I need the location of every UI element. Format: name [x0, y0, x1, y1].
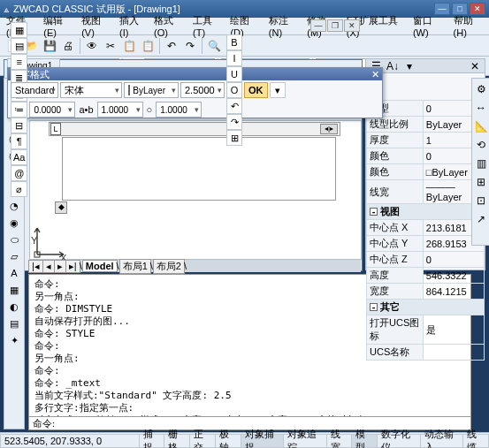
- menu-item[interactable]: 插入(I): [115, 12, 149, 40]
- tab-nav-button[interactable]: ▸|: [65, 260, 80, 273]
- property-row[interactable]: 厚度1: [367, 133, 485, 148]
- text-val2[interactable]: 1.0000: [97, 102, 143, 118]
- status-toggle[interactable]: 极轴: [215, 434, 241, 448]
- tab-nav-button[interactable]: ◂: [42, 260, 55, 273]
- property-row[interactable]: 线型比例ByLayer: [367, 117, 485, 133]
- text-format-button[interactable]: ▤: [11, 38, 27, 54]
- text-format-button[interactable]: Aa: [11, 149, 27, 165]
- property-row[interactable]: 线宽——— ByLayer: [367, 180, 485, 204]
- property-row[interactable]: 打开UCS图标是: [367, 315, 485, 345]
- status-toggle[interactable]: 线宽: [326, 434, 353, 448]
- text-format-button[interactable]: ¶: [11, 133, 27, 149]
- status-toggle[interactable]: 正交: [189, 434, 216, 448]
- toolbar-button[interactable]: 👁: [83, 37, 101, 55]
- status-toggle[interactable]: 栅格: [164, 434, 190, 448]
- text-ok-button[interactable]: OK: [244, 82, 268, 98]
- text-format-button[interactable]: @: [11, 165, 27, 181]
- text-height-combo[interactable]: 2.5000: [180, 82, 225, 98]
- status-toggle[interactable]: 对象捕捉: [241, 434, 285, 448]
- mtext-editor[interactable]: [62, 137, 336, 201]
- toolbar-button[interactable]: 📋: [120, 37, 138, 55]
- draw-tool-button[interactable]: ✦: [5, 332, 23, 348]
- tab-nav-button[interactable]: ▸: [54, 260, 66, 273]
- mdi-min[interactable]: —: [310, 19, 326, 32]
- draw-tool-button[interactable]: ◐: [5, 299, 23, 315]
- draw-tool-button[interactable]: ◔: [5, 198, 23, 214]
- menu-item[interactable]: 窗口(W): [409, 12, 449, 40]
- menu-item[interactable]: 视图(V): [77, 12, 115, 40]
- toolbar-button[interactable]: 💾: [41, 37, 58, 55]
- tab-nav-button[interactable]: |◂: [28, 260, 43, 273]
- menu-item[interactable]: 格式(O): [149, 12, 188, 40]
- modify-tool-button[interactable]: ⊞: [472, 173, 489, 191]
- text-format-button[interactable]: O: [226, 82, 242, 98]
- modify-tool-button[interactable]: ⟲: [472, 136, 489, 154]
- ruler-end-icon[interactable]: ◂|▸: [320, 124, 338, 134]
- modify-tool-button[interactable]: ↔: [472, 99, 489, 117]
- status-toggle[interactable]: 模型: [351, 434, 378, 448]
- menu-item[interactable]: 帮助(H): [449, 12, 487, 40]
- mdi-restore[interactable]: ❐: [327, 19, 343, 32]
- toolbar-button[interactable]: 🖨: [59, 37, 77, 55]
- text-format-button[interactable]: ⊞: [226, 130, 242, 146]
- layout-tab[interactable]: 布局2: [153, 259, 185, 274]
- draw-tool-button[interactable]: ⬭: [5, 232, 23, 247]
- text-format-button[interactable]: I: [226, 50, 242, 66]
- property-row[interactable]: 中心点 Y268.9153: [367, 236, 485, 252]
- draw-tool-button[interactable]: ▤: [5, 315, 23, 331]
- mtext-grip-icon[interactable]: ◆: [55, 201, 67, 214]
- draw-tool-button[interactable]: A: [5, 265, 23, 281]
- text-format-close-icon[interactable]: ✕: [371, 69, 379, 80]
- draw-tool-button[interactable]: ▱: [5, 248, 23, 264]
- text-format-button[interactable]: U: [226, 66, 242, 82]
- text-format-button[interactable]: ≔: [11, 102, 27, 118]
- layout-tab[interactable]: Model: [82, 260, 118, 272]
- property-group[interactable]: -其它: [367, 300, 485, 315]
- menu-item[interactable]: 工具(T): [188, 12, 225, 40]
- toolbar-button[interactable]: ↶: [163, 37, 180, 55]
- modify-tool-button[interactable]: 📐: [472, 118, 489, 135]
- status-toggle[interactable]: 动态输入: [420, 434, 464, 448]
- status-toggle[interactable]: 捕捉: [139, 434, 165, 448]
- text-val1[interactable]: 0.0000: [29, 102, 75, 118]
- modify-tool-button[interactable]: ⊡: [472, 192, 489, 209]
- text-val3[interactable]: 1.0000: [156, 102, 202, 118]
- menu-item[interactable]: 编辑(E): [39, 12, 77, 40]
- text-font-combo[interactable]: 宋体: [60, 82, 122, 98]
- property-row[interactable]: 宽度864.1215: [367, 284, 485, 300]
- modify-tool-button[interactable]: ↗: [472, 210, 489, 228]
- modify-tool-button[interactable]: ⚙: [472, 80, 489, 98]
- prop-close-icon[interactable]: ✕: [468, 60, 482, 72]
- draw-tool-button[interactable]: ▦: [5, 282, 23, 298]
- text-style-combo[interactable]: Standard: [11, 82, 58, 98]
- mdi-close[interactable]: ✕: [344, 19, 360, 32]
- text-format-button[interactable]: ≡: [11, 54, 27, 70]
- property-row[interactable]: 颜色0: [367, 148, 485, 164]
- toolbar-button[interactable]: ↷: [181, 37, 199, 55]
- status-toggle[interactable]: 数字化仪: [377, 434, 421, 448]
- toolbar-button[interactable]: 🔍: [205, 37, 223, 55]
- text-format-button[interactable]: ⊟: [11, 118, 27, 133]
- text-format-button[interactable]: B: [226, 34, 242, 50]
- text-color-combo[interactable]: ByLayer: [124, 82, 179, 98]
- property-row[interactable]: UCS名称: [367, 345, 485, 361]
- mtext-ruler[interactable]: L ◂|▸: [49, 122, 340, 136]
- property-row[interactable]: 中心点 X213.6181: [367, 220, 485, 236]
- property-row[interactable]: 线型0: [367, 101, 485, 117]
- prop-filter-icon[interactable]: ▾: [402, 60, 416, 72]
- status-toggle[interactable]: 线缆: [462, 434, 489, 448]
- property-row[interactable]: 高度546.3322: [367, 268, 485, 284]
- menu-item[interactable]: 标注(N): [264, 12, 302, 40]
- modify-tool-button[interactable]: ▥: [472, 155, 489, 172]
- text-format-button[interactable]: ▦: [11, 22, 27, 38]
- ruler-tab-icon[interactable]: L: [50, 123, 61, 135]
- toolbar-button[interactable]: 📋: [139, 37, 157, 55]
- text-format-button[interactable]: ↷: [226, 114, 242, 130]
- property-row[interactable]: 颜色□ByLayer: [367, 164, 485, 180]
- text-format-button[interactable]: ↶: [226, 98, 242, 114]
- prop-az-icon[interactable]: A↓: [386, 60, 400, 72]
- text-format-button[interactable]: ⌀: [11, 181, 27, 197]
- toolbar-button[interactable]: ✂: [102, 37, 119, 55]
- status-toggle[interactable]: 对象追踪: [283, 434, 327, 448]
- text-more-button[interactable]: ▾: [270, 82, 286, 98]
